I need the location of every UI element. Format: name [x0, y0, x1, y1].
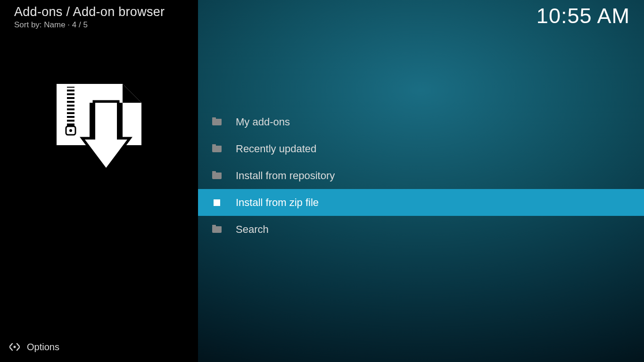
item-label: My add-ons: [236, 116, 290, 128]
sidebar: Add-ons / Add-on browser Sort by: Name ·…: [0, 0, 198, 362]
svg-point-12: [69, 129, 72, 132]
list-item-recently-updated[interactable]: Recently updated: [198, 135, 644, 162]
main-panel: My add-ons Recently updated Install from…: [198, 0, 644, 362]
header: Add-ons / Add-on browser Sort by: Name ·…: [0, 0, 198, 30]
folder-icon: [212, 171, 222, 181]
list-item-install-zip[interactable]: Install from zip file: [198, 189, 644, 216]
svg-rect-6: [67, 107, 74, 108]
svg-rect-5: [67, 103, 74, 105]
menu-list: My add-ons Recently updated Install from…: [198, 108, 644, 243]
clock: 10:55 AM: [537, 4, 630, 28]
install-zip-icon: [57, 84, 141, 173]
svg-rect-1: [67, 88, 74, 90]
options-icon: [9, 343, 20, 351]
folder-icon: [212, 144, 222, 154]
svg-rect-3: [67, 95, 74, 97]
folder-icon: [212, 225, 222, 234]
options-label: Options: [27, 342, 59, 353]
svg-point-16: [14, 346, 16, 348]
item-label: Install from zip file: [236, 197, 319, 209]
breadcrumb: Add-ons / Add-on browser: [14, 5, 184, 19]
zip-icon: [212, 198, 222, 207]
svg-rect-8: [67, 114, 74, 116]
svg-rect-4: [67, 99, 74, 101]
item-label: Recently updated: [236, 143, 316, 155]
item-label: Install from repository: [236, 170, 335, 182]
sort-info: Sort by: Name · 4 / 5: [14, 20, 184, 30]
svg-rect-9: [67, 118, 74, 120]
svg-rect-10: [67, 122, 74, 123]
sidebar-icon: [0, 84, 198, 173]
list-item-install-repository[interactable]: Install from repository: [198, 162, 644, 189]
svg-rect-7: [67, 110, 74, 112]
list-item-my-addons[interactable]: My add-ons: [198, 108, 644, 135]
app-container: 10:55 AM Add-ons / Add-on browser Sort b…: [0, 0, 644, 362]
svg-rect-2: [67, 91, 74, 93]
options-bar[interactable]: Options: [0, 337, 69, 356]
item-label: Search: [236, 223, 269, 236]
folder-icon: [212, 117, 222, 127]
list-item-search[interactable]: Search: [198, 216, 644, 243]
